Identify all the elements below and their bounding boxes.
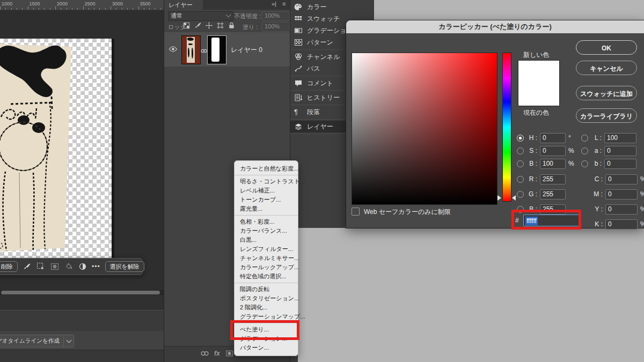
lab-b-input[interactable]: 0 bbox=[604, 159, 636, 169]
hue-slider[interactable] bbox=[502, 53, 511, 202]
ruler-tick bbox=[28, 6, 28, 10]
menu-item[interactable]: レンズフィルター... bbox=[235, 245, 298, 254]
fx-icon[interactable]: fx bbox=[214, 350, 220, 357]
layer-mask-link-icon[interactable] bbox=[201, 46, 207, 51]
layer-name[interactable]: レイヤー 0 bbox=[231, 46, 262, 55]
ok-button[interactable]: OK bbox=[576, 40, 637, 55]
mask-add-icon[interactable] bbox=[225, 350, 233, 357]
lab-b-row: b :0 bbox=[581, 158, 636, 169]
cmyk-Y-input[interactable]: 0 bbox=[605, 204, 638, 215]
ruler-tick bbox=[149, 8, 150, 10]
dialog-title[interactable]: カラーピッカー (べた塗りのカラー) bbox=[346, 20, 644, 33]
hsb-B-radio[interactable] bbox=[517, 160, 524, 167]
rgb-R-input[interactable]: 255 bbox=[540, 174, 566, 184]
menu-item[interactable]: 色相・彩度... bbox=[235, 217, 298, 226]
saturation-brightness-field[interactable] bbox=[352, 53, 497, 205]
brush-icon[interactable] bbox=[23, 262, 31, 271]
field-unit: % bbox=[640, 175, 644, 183]
layer-row[interactable]: レイヤー 0 bbox=[164, 32, 290, 67]
collapse-panel-icon[interactable]: »| bbox=[272, 1, 276, 7]
sidebar-item-color-palette[interactable]: カラー bbox=[290, 1, 374, 13]
mask-icon[interactable] bbox=[50, 262, 59, 271]
menu-item[interactable]: カラーバランス... bbox=[235, 226, 298, 235]
menu-item[interactable]: ポスタリゼーション... bbox=[235, 294, 298, 303]
lab-L-radio[interactable] bbox=[581, 135, 588, 142]
cmyk-K-input[interactable]: 0 bbox=[605, 219, 638, 230]
horizontal-scrollbar[interactable] bbox=[0, 290, 164, 295]
all-lock-icon[interactable] bbox=[228, 21, 236, 29]
cmyk-C-input[interactable]: 0 bbox=[605, 174, 638, 184]
ruler-tick bbox=[22, 8, 23, 10]
scrollbar-thumb[interactable] bbox=[1, 291, 160, 294]
ruler-tick bbox=[99, 8, 100, 10]
hsb-S-radio[interactable] bbox=[517, 147, 524, 154]
chevron-down-icon bbox=[226, 12, 231, 18]
hsb-B-row: B :100% bbox=[517, 158, 574, 169]
bucket-icon[interactable] bbox=[64, 262, 73, 271]
ruler-tick bbox=[44, 8, 45, 10]
move-lock-icon[interactable] bbox=[205, 21, 213, 29]
cancel-button[interactable]: キャンセル bbox=[576, 61, 637, 75]
document-canvas[interactable] bbox=[0, 39, 114, 258]
sidebar-item-label: スウォッチ bbox=[307, 14, 340, 24]
create-video-timeline-button[interactable]: デオタイムラインを作成 bbox=[0, 335, 65, 348]
field-unit: ° bbox=[568, 134, 571, 142]
rgb-G-row: G :255 bbox=[517, 189, 566, 200]
rgb-G-radio[interactable] bbox=[517, 191, 524, 198]
menu-item[interactable]: カラールックアップ... bbox=[235, 263, 298, 272]
opacity-value[interactable]: 100% bbox=[262, 11, 290, 21]
hue-slider-arrow-left[interactable] bbox=[497, 195, 501, 201]
color-field-marker[interactable] bbox=[353, 54, 358, 59]
rgb-R-radio[interactable] bbox=[517, 176, 524, 183]
ruler-tick bbox=[133, 8, 133, 10]
hsb-H-input[interactable]: 0 bbox=[540, 133, 566, 143]
layer-visibility-eye-icon[interactable] bbox=[169, 45, 178, 53]
hsb-H-radio[interactable] bbox=[517, 135, 524, 142]
more-options-icon[interactable]: ••• bbox=[92, 263, 100, 270]
ruler-tick bbox=[5, 8, 6, 10]
artboard-lock-icon[interactable] bbox=[216, 21, 224, 29]
menu-item[interactable]: チャンネルミキサー... bbox=[235, 254, 298, 263]
transparency-lock-icon[interactable] bbox=[182, 21, 191, 29]
lab-a-radio[interactable] bbox=[581, 147, 588, 154]
lab-L-input[interactable]: 100 bbox=[604, 133, 636, 143]
menu-item[interactable]: パターン... bbox=[235, 343, 298, 352]
lab-a-input[interactable]: 0 bbox=[604, 146, 636, 156]
pattern-icon bbox=[294, 38, 303, 47]
cmyk-M-input[interactable]: 0 bbox=[605, 189, 638, 200]
sidebar-item-label: 段落 bbox=[307, 108, 320, 117]
delete-button[interactable]: 削除 bbox=[0, 261, 18, 272]
hsb-S-input[interactable]: 0 bbox=[540, 146, 566, 156]
deselect-button[interactable]: 選択を解除 bbox=[105, 261, 144, 272]
lab-b-radio[interactable] bbox=[581, 160, 588, 167]
rgb-R-row: R :255 bbox=[517, 174, 566, 184]
fill-value[interactable]: 100% bbox=[262, 22, 290, 32]
menu-item[interactable]: トーンカーブ... bbox=[235, 195, 298, 204]
add-to-swatches-button[interactable]: スウォッチに追加 bbox=[576, 86, 637, 100]
menu-item[interactable]: 2 階調化... bbox=[235, 303, 298, 312]
menu-item[interactable]: 階調の反転 bbox=[235, 285, 298, 294]
menu-item[interactable]: レベル補正... bbox=[235, 186, 298, 195]
timeline-mode-dropdown[interactable] bbox=[63, 335, 74, 348]
field-label: b : bbox=[591, 160, 602, 167]
menu-item[interactable]: 露光量... bbox=[235, 204, 298, 213]
select-subject-icon[interactable] bbox=[36, 262, 45, 271]
hue-slider-arrow-right[interactable] bbox=[512, 195, 516, 201]
tab-layers[interactable]: レイヤー bbox=[164, 0, 203, 10]
menu-item[interactable]: カラーと自然な彩度... bbox=[235, 164, 298, 173]
menu-item[interactable]: 白黒... bbox=[235, 235, 298, 245]
rgb-G-input[interactable]: 255 bbox=[540, 189, 566, 200]
menu-item[interactable]: 特定色域の選択... bbox=[235, 272, 298, 281]
adjustment-icon[interactable] bbox=[78, 262, 87, 271]
brush-lock-icon[interactable] bbox=[194, 21, 202, 29]
layer-thumbnail[interactable] bbox=[181, 35, 201, 64]
layer-mask-thumbnail[interactable] bbox=[207, 35, 226, 64]
link-icon[interactable] bbox=[201, 350, 209, 357]
color-library-button[interactable]: カラーライブラリ bbox=[576, 108, 637, 123]
websafe-checkbox[interactable] bbox=[352, 208, 360, 216]
hsb-B-input[interactable]: 100 bbox=[540, 159, 566, 169]
panel-menu-icon[interactable]: ≡ bbox=[282, 1, 286, 7]
menu-item[interactable]: 明るさ・コントラスト... bbox=[235, 177, 298, 186]
blend-mode-select[interactable]: 通常 bbox=[168, 11, 233, 21]
ruler-tick bbox=[105, 8, 106, 10]
